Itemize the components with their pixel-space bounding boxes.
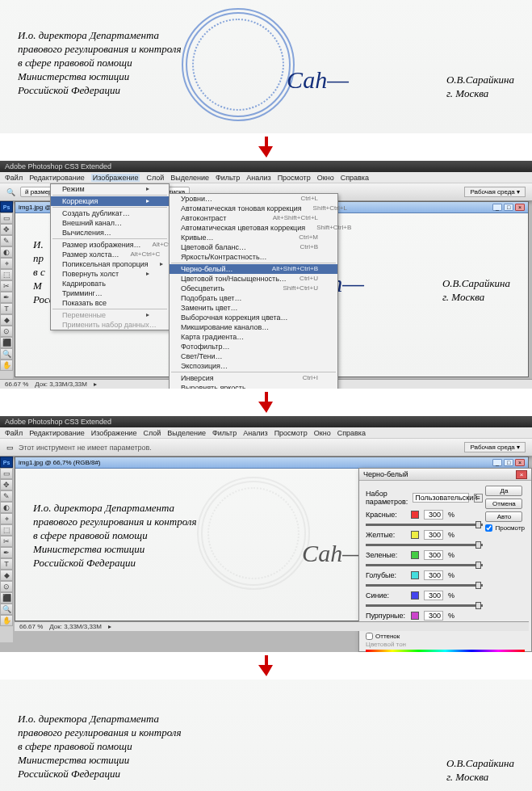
menu-view[interactable]: Просмотр bbox=[274, 429, 308, 437]
tool[interactable]: ✥ bbox=[0, 479, 13, 490]
tool[interactable]: ✒ bbox=[0, 292, 13, 303]
yellow-input[interactable]: 300 bbox=[424, 530, 443, 540]
tool[interactable]: ▭ bbox=[0, 468, 13, 479]
doc-window-title[interactable]: img1.jpg @ 66,7% (RGB/8#) _□× bbox=[15, 457, 528, 469]
blue-input[interactable]: 300 bbox=[424, 591, 443, 600]
mi-invert[interactable]: ИнверсияCtrl+I bbox=[170, 373, 337, 383]
mi-crop[interactable]: Кадрировать bbox=[51, 279, 169, 288]
mi-calculations[interactable]: Вычисления… bbox=[51, 228, 169, 238]
tool[interactable]: ✥ bbox=[0, 224, 13, 235]
mi-selective-color[interactable]: Выборочная коррекция цвета… bbox=[170, 313, 337, 322]
mi-mode[interactable]: Режим bbox=[51, 184, 169, 194]
cyan-input[interactable]: 300 bbox=[424, 570, 443, 580]
tool[interactable]: ✂ bbox=[0, 536, 13, 547]
menu-file[interactable]: Файл bbox=[5, 174, 23, 182]
menu-file[interactable]: Файл bbox=[5, 429, 23, 437]
tool[interactable]: ✂ bbox=[0, 280, 13, 292]
tool[interactable]: ⬚ bbox=[0, 269, 13, 280]
yellow-slider[interactable] bbox=[366, 544, 483, 546]
tool[interactable]: ⌖ bbox=[0, 258, 13, 269]
hue-bar[interactable] bbox=[366, 650, 525, 652]
menu-help[interactable]: Справка bbox=[337, 429, 366, 437]
mi-canvas-size[interactable]: Размер холста…Alt+Ctrl+C bbox=[51, 250, 169, 259]
win-close-icon[interactable]: × bbox=[515, 204, 525, 211]
menu-layer[interactable]: Слой bbox=[143, 429, 161, 437]
bw-titlebar[interactable]: Черно-белый × bbox=[359, 469, 531, 481]
tool[interactable]: T bbox=[0, 558, 13, 570]
tool[interactable]: ⬛ bbox=[0, 337, 13, 348]
tool[interactable]: ⬚ bbox=[0, 524, 13, 536]
tool[interactable]: ✎ bbox=[0, 490, 13, 502]
tool[interactable]: ✋ bbox=[0, 615, 13, 626]
menu-select[interactable]: Выделение bbox=[170, 174, 209, 182]
win-close-icon[interactable]: × bbox=[515, 459, 525, 466]
menu-window[interactable]: Окно bbox=[317, 174, 334, 182]
menu-view[interactable]: Просмотр bbox=[278, 174, 311, 182]
mi-reveal-all[interactable]: Показать все bbox=[51, 298, 169, 308]
tint-checkbox[interactable]: Оттенок bbox=[366, 633, 525, 640]
auto-button[interactable]: Авто bbox=[485, 511, 522, 522]
ps-toolbox[interactable]: Ps ▭✥ ✎◐ ⌖⬚ ✂✒ T◆ ⊙⬛ 🔍✋ bbox=[0, 457, 13, 642]
mi-replace-color[interactable]: Заменить цвет… bbox=[170, 303, 337, 313]
adjustments-menu[interactable]: Уровни…Ctrl+L Автоматическая тоновая кор… bbox=[169, 193, 338, 389]
red-input[interactable]: 300 bbox=[424, 510, 443, 520]
green-slider[interactable] bbox=[366, 564, 483, 566]
tool[interactable]: ▭ bbox=[0, 212, 13, 224]
cancel-button[interactable]: Отмена bbox=[485, 499, 522, 509]
menu-edit[interactable]: Редактирование bbox=[29, 174, 85, 182]
mi-black-white[interactable]: Черно-белый…Alt+Shift+Ctrl+B bbox=[170, 264, 337, 274]
menu-filter[interactable]: Фильтр bbox=[216, 174, 240, 182]
blue-slider[interactable] bbox=[366, 604, 483, 607]
menu-analysis[interactable]: Анализ bbox=[246, 174, 270, 182]
mi-gradient-map[interactable]: Карта градиента… bbox=[170, 332, 337, 342]
tool[interactable]: ✒ bbox=[0, 547, 13, 558]
mi-auto-levels[interactable]: Автоматическая тоновая коррекцияShift+Ct… bbox=[170, 204, 337, 213]
tool[interactable]: ⊙ bbox=[0, 326, 13, 337]
workspace-select[interactable]: Рабочая среда ▾ bbox=[464, 442, 526, 452]
mi-shadows-highlights[interactable]: Свет/Тени… bbox=[170, 351, 337, 361]
mi-pixel-aspect[interactable]: Попиксельная пропорция bbox=[51, 259, 169, 269]
mi-rotate-canvas[interactable]: Повернуть холст bbox=[51, 269, 169, 279]
tool[interactable]: ✎ bbox=[0, 235, 13, 246]
mi-color-balance[interactable]: Цветовой баланс…Ctrl+B bbox=[170, 242, 337, 252]
magenta-input[interactable]: 300 bbox=[424, 611, 443, 621]
menu-analysis[interactable]: Анализ bbox=[243, 429, 267, 437]
mi-auto-contrast[interactable]: АвтоконтрастAlt+Shift+Ctrl+L bbox=[170, 213, 337, 223]
mi-desaturate[interactable]: ОбесцветитьShift+Ctrl+U bbox=[170, 284, 337, 293]
tool[interactable]: ✋ bbox=[0, 360, 13, 371]
menu-image[interactable]: Изображение bbox=[91, 174, 140, 182]
zoom-level[interactable]: 66.67 % bbox=[5, 381, 28, 388]
menu-edit[interactable]: Редактирование bbox=[29, 429, 85, 437]
mi-levels[interactable]: Уровни…Ctrl+L bbox=[170, 194, 337, 204]
tool[interactable]: ◐ bbox=[0, 502, 13, 513]
mi-image-size[interactable]: Размер изображения…Alt+Ctrl+I bbox=[51, 240, 169, 250]
mi-auto-color[interactable]: Автоматическая цветовая коррекцияShift+C… bbox=[170, 223, 337, 233]
win-max-icon[interactable]: □ bbox=[504, 459, 513, 466]
menu-filter[interactable]: Фильтр bbox=[212, 429, 237, 437]
mi-brightness-contrast[interactable]: Яркость/Контрастность… bbox=[170, 252, 337, 262]
preview-checkbox[interactable]: Просмотр bbox=[485, 524, 525, 532]
tool[interactable]: T bbox=[0, 303, 13, 314]
win-min-icon[interactable]: _ bbox=[492, 459, 502, 466]
tool[interactable]: ⬛ bbox=[0, 592, 13, 604]
tool[interactable]: ◆ bbox=[0, 570, 13, 581]
ps-menubar[interactable]: Файл Редактирование Изображение Слой Выд… bbox=[0, 172, 532, 183]
menu-help[interactable]: Справка bbox=[341, 174, 369, 182]
mi-apply-image[interactable]: Внешний канал… bbox=[51, 218, 169, 228]
tool[interactable]: ◆ bbox=[0, 314, 13, 326]
menu-layer[interactable]: Слой bbox=[146, 174, 164, 182]
ps-menubar[interactable]: Файл Редактирование Изображение Слой Выд… bbox=[0, 427, 532, 439]
mi-curves[interactable]: Кривые…Ctrl+M bbox=[170, 233, 337, 242]
win-min-icon[interactable]: _ bbox=[492, 204, 502, 211]
image-menu[interactable]: Режим Коррекция Создать дубликат… Внешни… bbox=[50, 183, 170, 330]
red-slider[interactable] bbox=[366, 524, 483, 526]
zoom-level[interactable]: 66.67 % bbox=[19, 623, 43, 630]
win-max-icon[interactable]: □ bbox=[504, 204, 513, 211]
workspace-select[interactable]: Рабочая среда ▾ bbox=[464, 187, 526, 197]
ok-button[interactable]: Да bbox=[485, 486, 522, 496]
tool[interactable]: 🔍 bbox=[0, 348, 13, 360]
mi-exposure[interactable]: Экспозиция… bbox=[170, 361, 337, 371]
cyan-slider[interactable] bbox=[366, 584, 483, 587]
preset-select[interactable]: Пользовательский bbox=[413, 493, 469, 503]
mi-photo-filter[interactable]: Фотофильтр… bbox=[170, 342, 337, 351]
